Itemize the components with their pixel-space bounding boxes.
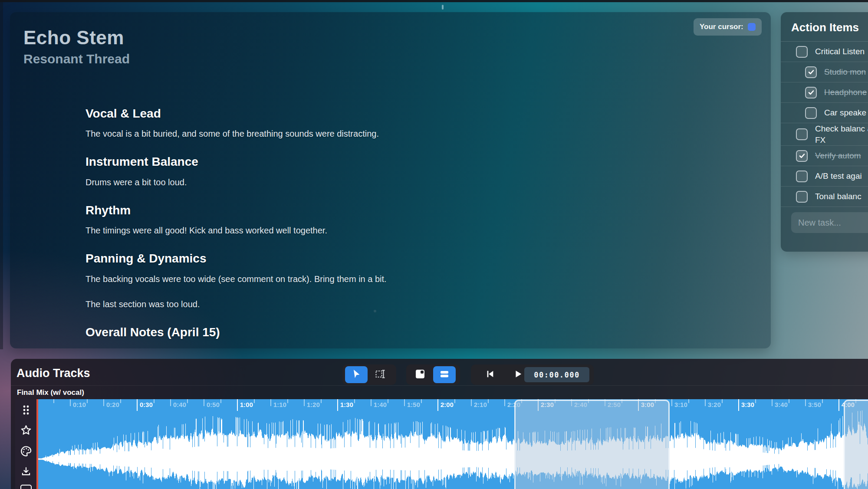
- ruler-tick: [705, 399, 706, 406]
- action-item-row: A/B test agai: [781, 166, 868, 187]
- action-item-row: Check balanc and FX: [781, 123, 868, 146]
- ruler-tick: [421, 399, 422, 403]
- note-icon[interactable]: [20, 484, 32, 489]
- ruler-time-label: 3:40: [775, 401, 788, 408]
- notes-document-panel[interactable]: Echo Stem Resonant Thread Vocal & LeadTh…: [10, 12, 771, 348]
- ruler-tick: [237, 399, 238, 411]
- ruler-tick: [671, 399, 672, 406]
- range-select-tool-button[interactable]: [369, 366, 392, 383]
- checkbox-checked[interactable]: [805, 66, 817, 78]
- action-item-row: Verify autom: [781, 146, 868, 166]
- ruler-tick: [822, 399, 823, 403]
- ruler-time-label: 3:10: [674, 401, 687, 408]
- checkbox-unchecked[interactable]: [796, 171, 808, 182]
- ruler-time-label: 3:50: [808, 401, 821, 408]
- ruler-tick: [137, 399, 138, 411]
- task-label: Check balanc and FX: [815, 123, 868, 145]
- cursor-tool-button[interactable]: [345, 366, 368, 383]
- audio-tracks-title: Audio Tracks: [16, 367, 90, 380]
- card-view-icon: [415, 369, 425, 381]
- ruler-tick: [488, 399, 489, 403]
- checkbox-checked[interactable]: [805, 87, 817, 98]
- ruler-tick: [321, 399, 322, 403]
- ruler-tick: [337, 399, 338, 411]
- ruler-time-label: 0:20: [106, 401, 119, 408]
- page-subtitle: Resonant Thread: [23, 52, 680, 66]
- ruler-tick: [154, 399, 155, 403]
- section-heading: Overall Notes (April 15): [85, 325, 680, 340]
- window-left-edge: [0, 2, 3, 349]
- waveform-selection-region[interactable]: [844, 400, 868, 489]
- ruler-tick: [53, 399, 54, 403]
- ruler-tick: [170, 399, 171, 406]
- section-heading: Panning & Dynamics: [85, 251, 680, 266]
- ruler-time-label: 1:40: [374, 401, 387, 408]
- ruler-time-label: 1:00: [240, 401, 253, 408]
- ruler-tick: [471, 399, 472, 406]
- ruler-tick: [204, 399, 204, 406]
- ruler-time-label: 3:30: [741, 401, 754, 408]
- ruler-time-label: 1:10: [273, 401, 286, 408]
- ruler-time-label: 2:10: [474, 401, 487, 408]
- time-ruler[interactable]: 0:100:200:300:400:501:001:101:201:301:40…: [38, 399, 868, 421]
- palette-icon[interactable]: [20, 445, 32, 459]
- ruler-tick: [738, 399, 739, 411]
- skip-to-start-button[interactable]: [477, 364, 503, 385]
- new-task-input[interactable]: [791, 212, 868, 233]
- card-view-button[interactable]: [409, 366, 431, 383]
- download-icon[interactable]: [20, 466, 32, 479]
- ruler-time-label: 0:10: [73, 401, 86, 408]
- task-label: Tonal balanc: [815, 191, 861, 202]
- ruler-tick: [805, 399, 806, 406]
- section-paragraph: The timings were all good! Kick and bass…: [85, 224, 680, 236]
- your-cursor-label: Your cursor:: [700, 23, 743, 31]
- task-label: Critical Listen: [815, 46, 865, 57]
- ruler-tick: [371, 399, 372, 406]
- checkbox-checked[interactable]: [796, 150, 808, 162]
- track-label: Final Mix (w/ vocal): [17, 388, 84, 397]
- ruler-tick: [220, 399, 221, 403]
- drag-handle-icon[interactable]: [21, 404, 31, 417]
- waveform-selection-region[interactable]: [514, 400, 670, 489]
- action-item-row: Studio mon: [781, 62, 868, 82]
- ruler-tick: [87, 399, 88, 403]
- ruler-tick: [103, 399, 104, 406]
- skip-to-start-icon: [485, 369, 495, 381]
- divider: [11, 385, 868, 386]
- ruler-tick: [838, 399, 839, 411]
- action-items-panel: Action Items Critical ListenStudio monHe…: [781, 12, 868, 252]
- ruler-tick: [454, 399, 455, 403]
- ruler-tick: [772, 399, 773, 406]
- section-paragraph: The vocal is a bit buried, and some of t…: [85, 128, 680, 140]
- ruler-tick: [388, 399, 388, 403]
- your-cursor-chip: Your cursor:: [694, 18, 762, 36]
- ruler-tick: [437, 399, 438, 411]
- cursor-color-swatch: [748, 23, 756, 31]
- document-body[interactable]: Vocal & LeadThe vocal is a bit buried, a…: [85, 106, 680, 348]
- action-items-list: Critical ListenStudio monHeadphoneCar sp…: [781, 42, 868, 207]
- checkbox-unchecked[interactable]: [805, 107, 817, 119]
- checkbox-unchecked[interactable]: [796, 46, 808, 58]
- page-title: Echo Stem: [23, 27, 680, 49]
- ruler-tick: [287, 399, 288, 403]
- edit-tools-group: [342, 364, 396, 385]
- action-item-row: Car speake: [781, 103, 868, 123]
- ruler-tick: [304, 399, 305, 406]
- checkbox-unchecked[interactable]: [796, 191, 808, 203]
- ruler-time-label: 0:40: [173, 401, 186, 408]
- ruler-time-label: 3:20: [708, 401, 721, 408]
- cursor-arrow-icon: [351, 369, 362, 381]
- ruler-tick: [120, 399, 121, 403]
- checkbox-unchecked[interactable]: [796, 128, 808, 140]
- section-paragraph: Drums were a bit too loud.: [85, 176, 680, 188]
- ruler-tick: [187, 399, 188, 403]
- range-select-icon: [375, 369, 386, 381]
- ruler-time-label: 1:50: [407, 401, 420, 408]
- ruler-tick: [755, 399, 756, 403]
- rows-view-button[interactable]: [433, 366, 456, 383]
- playhead-line[interactable]: [36, 399, 38, 489]
- section-heading: Instrument Balance: [85, 154, 680, 169]
- ruler-tick: [688, 399, 689, 403]
- action-item-row: Headphone: [781, 82, 868, 103]
- star-icon[interactable]: [20, 424, 32, 438]
